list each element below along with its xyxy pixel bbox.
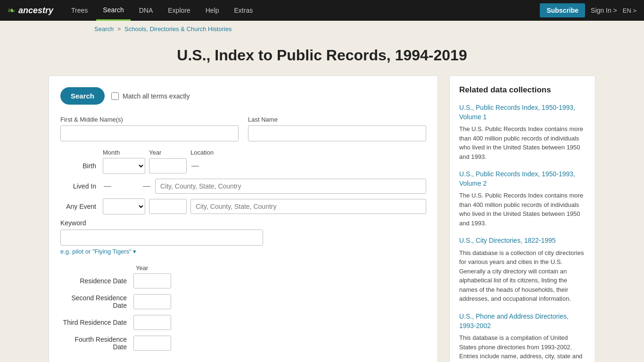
language-selector[interactable]: EN > [623, 7, 636, 14]
nav-dna[interactable]: DNA [132, 0, 160, 21]
nav-right: Subscribe Sign In > EN > [540, 3, 636, 17]
related-link-3[interactable]: U.S., Phone and Address Directories, 199… [459, 312, 586, 330]
lived-in-location-input[interactable] [155, 179, 426, 194]
fourth-residence-row: Fourth Residence Date [60, 336, 426, 351]
nav-trees[interactable]: Trees [65, 0, 94, 21]
subscribe-button[interactable]: Subscribe [540, 3, 585, 17]
related-desc-1: The U.S. Public Records Index contains m… [459, 191, 586, 228]
any-event-fields: JanFebMar AprMayJun JulAugSep OctNovDec [103, 198, 426, 214]
third-residence-row: Third Residence Date [60, 315, 426, 330]
year-col-header: Year [149, 149, 187, 156]
main-content: U.S., Index to Public Records, 1994-2019… [39, 47, 605, 362]
first-name-group: First & Middle Name(s) [60, 116, 239, 141]
related-item-2: U.S., City Directories, 1822-1995 This d… [459, 236, 586, 304]
breadcrumb-child[interactable]: Schools, Directories & Church Histories [124, 25, 232, 33]
logo[interactable]: ❧ ancestry [8, 5, 53, 16]
any-event-year-input[interactable] [149, 199, 187, 214]
birth-location-dash: — [190, 162, 200, 170]
related-link-0[interactable]: U.S., Public Records Index, 1950-1993, V… [459, 103, 586, 122]
nav-explore[interactable]: Explore [161, 0, 197, 21]
signin-link[interactable]: Sign In > [591, 7, 617, 14]
lived-in-fields: — — [103, 179, 426, 194]
residence-date-label: Residence Date [60, 277, 133, 285]
any-event-location-input[interactable] [190, 199, 426, 214]
last-name-label: Last Name [248, 116, 426, 123]
keyword-section: Keyword e.g. pilot or "Flying Tigers" ▾ [60, 219, 426, 255]
residence-year-col-header: Year [136, 264, 426, 272]
birth-year-input[interactable] [149, 158, 187, 173]
search-panel: Search Match all terms exactly First & M… [49, 75, 438, 362]
second-residence-label: Second Residence Date [60, 294, 133, 309]
birth-row: Birth JanFebMar AprMayJun JulAugSep OctN… [60, 158, 426, 174]
first-name-label: First & Middle Name(s) [60, 116, 239, 123]
month-col-header: Month [103, 149, 145, 156]
breadcrumb: Search > Schools, Directories & Church H… [0, 21, 644, 37]
breadcrumb-separator: > [117, 25, 121, 33]
nav-extras[interactable]: Extras [228, 0, 260, 21]
nav-links: Trees Search DNA Explore Help Extras [65, 0, 540, 21]
related-item-0: U.S., Public Records Index, 1950-1993, V… [459, 103, 586, 161]
related-title: Related data collections [459, 85, 586, 95]
two-column-layout: Search Match all terms exactly First & M… [49, 75, 595, 362]
lived-in-label: Lived In [60, 182, 103, 190]
sidebar: Related data collections U.S., Public Re… [449, 75, 595, 362]
related-link-1[interactable]: U.S., Public Records Index, 1950-1993, V… [459, 170, 586, 188]
second-residence-input[interactable] [133, 294, 171, 309]
col-header-row: Month Year Location [103, 149, 426, 156]
related-desc-3: This database is a compilation of United… [459, 333, 586, 362]
match-exact-checkbox[interactable] [111, 92, 119, 100]
lived-in-year-dash: — [142, 182, 151, 190]
keyword-label: Keyword [60, 219, 426, 227]
keyword-hint[interactable]: e.g. pilot or "Flying Tigers" ▾ [60, 248, 426, 255]
keyword-input[interactable] [60, 230, 263, 246]
second-residence-row: Second Residence Date [60, 294, 426, 309]
any-event-label: Any Event [60, 203, 103, 210]
birth-label: Birth [60, 162, 103, 170]
related-item-3: U.S., Phone and Address Directories, 199… [459, 312, 586, 362]
name-row: First & Middle Name(s) Last Name [60, 116, 426, 141]
match-exact-label: Match all terms exactly [123, 92, 190, 100]
related-collections-box: Related data collections U.S., Public Re… [449, 75, 595, 362]
lived-in-month-dash: — [103, 182, 112, 190]
fourth-residence-input[interactable] [133, 336, 171, 351]
page-title: U.S., Index to Public Records, 1994-2019 [49, 47, 595, 64]
breadcrumb-root[interactable]: Search [94, 25, 114, 33]
residence-section: Year Residence Date Second Residence Dat… [60, 264, 426, 351]
last-name-input[interactable] [248, 125, 426, 141]
match-exact-row: Match all terms exactly [111, 92, 190, 100]
location-col-header: Location [190, 149, 426, 156]
last-name-group: Last Name [248, 116, 426, 141]
birth-month-select[interactable]: JanFebMar AprMayJun JulAugSep OctNovDec [103, 158, 145, 174]
third-residence-input[interactable] [133, 315, 171, 330]
related-desc-2: This database is a collection of city di… [459, 248, 586, 304]
any-event-row: Any Event JanFebMar AprMayJun JulAugSep … [60, 198, 426, 214]
any-event-month-select[interactable]: JanFebMar AprMayJun JulAugSep OctNovDec [103, 198, 145, 214]
nav-search[interactable]: Search [96, 0, 130, 21]
related-item-1: U.S., Public Records Index, 1950-1993, V… [459, 170, 586, 228]
first-name-input[interactable] [60, 125, 239, 141]
birth-fields: JanFebMar AprMayJun JulAugSep OctNovDec … [103, 158, 426, 174]
residence-date-row: Residence Date [60, 273, 426, 288]
search-button[interactable]: Search [60, 87, 105, 105]
search-top-row: Search Match all terms exactly [60, 87, 426, 105]
logo-text: ancestry [18, 6, 53, 16]
residence-date-input[interactable] [133, 273, 171, 288]
fourth-residence-label: Fourth Residence Date [60, 336, 133, 351]
ancestry-leaf-icon: ❧ [8, 5, 16, 16]
third-residence-label: Third Residence Date [60, 319, 133, 326]
top-navigation: ❧ ancestry Trees Search DNA Explore Help… [0, 0, 644, 21]
nav-help[interactable]: Help [199, 0, 226, 21]
related-link-2[interactable]: U.S., City Directories, 1822-1995 [459, 236, 556, 246]
lived-in-row: Lived In — — [60, 179, 426, 194]
related-desc-0: The U.S. Public Records Index contains m… [459, 124, 586, 161]
